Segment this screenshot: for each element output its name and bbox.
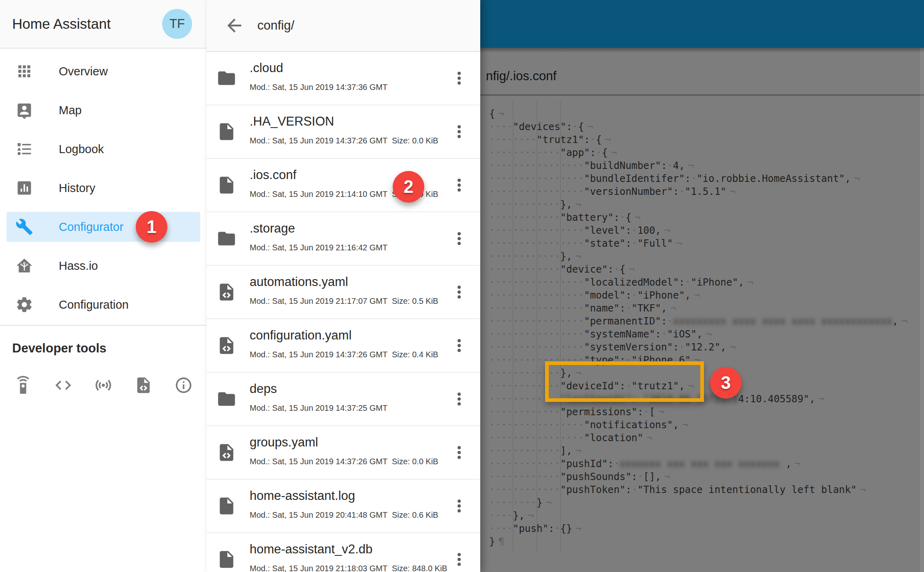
file-name: .cloud	[250, 61, 283, 75]
code-line: }¶	[489, 535, 907, 548]
code-line: ················"buildNumber":·4,¬	[489, 159, 907, 172]
file-meta: Mod.: Sat, 15 Jun 2019 14:37:26 GMT Size…	[250, 350, 438, 359]
sidebar-header: Home Assistant TF	[0, 0, 207, 49]
file-browser-panel: config/ .cloud Mod.: Sat, 15 Jun 2019 14…	[207, 0, 480, 572]
file-row[interactable]: .HA_VERSION Mod.: Sat, 15 Jun 2019 14:37…	[207, 105, 480, 159]
file-row[interactable]: .cloud Mod.: Sat, 15 Jun 2019 14:37:36 G…	[207, 52, 480, 105]
row-menu-button[interactable]	[449, 496, 469, 516]
app-title: Home Assistant	[12, 16, 111, 32]
code-line: ················"location"¬	[489, 431, 907, 444]
code-line: ····"devices":·{¬	[489, 120, 907, 133]
row-menu-button[interactable]	[449, 282, 469, 302]
access-point-icon[interactable]	[94, 376, 113, 395]
file-code-icon	[216, 282, 237, 302]
folder-icon	[216, 228, 237, 249]
file-name: deps	[250, 382, 277, 396]
code-line: ················"systemVersion":·"12.2",…	[489, 341, 907, 354]
sidebar-item-configuration[interactable]: Configuration	[0, 285, 207, 324]
user-avatar[interactable]: TF	[162, 9, 192, 39]
editor-panel: nfig/.ios.conf {¬····"devices":·{¬······…	[480, 0, 924, 572]
row-menu-button[interactable]	[449, 336, 469, 355]
code-content: {¬····"devices":·{¬········"trutz1":·{¬·…	[489, 107, 907, 548]
code-line: {¬	[489, 107, 907, 120]
file-name: configuration.yaml	[250, 328, 352, 343]
file-icon	[216, 549, 237, 570]
file-meta: Mod.: Sat, 15 Jun 2019 14:37:25 GMT	[250, 403, 387, 413]
file-row[interactable]: home-assistant.log Mod.: Sat, 15 Jun 201…	[207, 480, 480, 533]
row-menu-button[interactable]	[449, 550, 469, 569]
code-line: ················"level":·100,¬	[489, 224, 907, 237]
sidebar-item-map[interactable]: Map	[0, 91, 207, 130]
annotation-badge-2: 2	[393, 171, 424, 203]
row-menu-button[interactable]	[449, 68, 469, 88]
code-line: ············},¬	[489, 198, 907, 211]
history-chart-icon	[15, 179, 33, 197]
sidebar-item-logbook[interactable]: Logbook	[0, 130, 207, 169]
code-line: ····"push":·{}¬	[489, 522, 907, 535]
breadcrumb-path: config/	[257, 18, 294, 33]
redacted-text: xxxxxxxxx xxxx xxxx xxxx xxxxxxxxxxxx	[673, 315, 892, 327]
scrollbar[interactable]	[920, 48, 924, 572]
file-row[interactable]: groups.yaml Mod.: Sat, 15 Jun 2019 14:37…	[207, 426, 480, 480]
row-menu-button[interactable]	[449, 122, 469, 141]
sidebar-item-label: History	[59, 181, 95, 195]
sidebar-item-label: Overview	[59, 65, 108, 78]
file-icon	[216, 122, 237, 142]
apps-grid-icon	[15, 62, 33, 80]
sidebar-item-label: Logbook	[59, 143, 104, 156]
code-line: ················"bundleIdentifer":·"io.r…	[489, 172, 907, 185]
file-name: groups.yaml	[250, 435, 318, 450]
file-row[interactable]: configuration.yaml Mod.: Sat, 15 Jun 201…	[207, 319, 480, 373]
row-menu-button[interactable]	[449, 443, 469, 462]
account-location-icon	[15, 101, 33, 119]
file-meta: Mod.: Sat, 15 Jun 2019 14:37:26 GMT Size…	[250, 457, 438, 466]
sidebar-item-overview[interactable]: Overview	[0, 52, 207, 91]
code-line: ············"pushSounds":·[],¬	[489, 470, 907, 483]
remote-icon[interactable]	[14, 376, 32, 395]
editor-toolbar	[480, 0, 924, 48]
folder-icon	[216, 389, 237, 409]
logbook-list-icon	[15, 140, 33, 158]
file-row[interactable]: .storage Mod.: Sat, 15 Jun 2019 21:16:42…	[207, 212, 480, 266]
code-line: ········}¬	[489, 496, 907, 509]
info-icon[interactable]	[174, 376, 193, 395]
row-menu-button[interactable]	[449, 175, 469, 195]
file-code-icon[interactable]	[134, 376, 153, 395]
arrow-left-icon[interactable]	[224, 15, 245, 36]
file-row[interactable]: home-assistant_v2.db Mod.: Sat, 15 Jun 2…	[207, 533, 480, 572]
code-line: ················"localizedModel":·"iPhon…	[489, 276, 907, 289]
code-line: ········"trutz1":·{¬	[489, 133, 907, 146]
row-menu-button[interactable]	[449, 389, 469, 409]
file-row[interactable]: automations.yaml Mod.: Sat, 15 Jun 2019 …	[207, 266, 480, 319]
code-line: ············"pushToken":·"This space int…	[489, 483, 907, 496]
annotation-badge-1: 1	[136, 211, 167, 243]
file-name: home-assistant.log	[250, 489, 355, 503]
code-tags-icon[interactable]	[54, 376, 73, 395]
sidebar-item-label: Configurator	[59, 220, 124, 234]
developer-tools-label: Developer tools	[12, 341, 107, 356]
code-line: ················"name":·"TKF",¬	[489, 302, 907, 315]
file-list: .cloud Mod.: Sat, 15 Jun 2019 14:37:36 G…	[207, 52, 480, 572]
file-meta: Mod.: Sat, 15 Jun 2019 14:37:26 GMT Size…	[250, 136, 438, 145]
file-icon	[216, 496, 237, 516]
gear-icon	[15, 296, 33, 314]
code-line: ············"battery":·{¬	[489, 211, 907, 224]
sidebar-item-hass-io[interactable]: Hass.io	[0, 246, 207, 285]
row-menu-button[interactable]	[449, 229, 469, 248]
sidebar-item-label: Hass.io	[59, 259, 98, 273]
file-row[interactable]: deps Mod.: Sat, 15 Jun 2019 14:37:25 GMT	[207, 373, 480, 426]
sidebar-item-label: Configuration	[59, 298, 129, 312]
file-row[interactable]: .ios.conf Mod.: Sat, 15 Jun 2019 21:14:1…	[207, 159, 480, 212]
file-name: home-assistant_v2.db	[250, 542, 372, 557]
file-name: .storage	[250, 221, 295, 236]
code-line: ············"app":·{¬	[489, 146, 907, 159]
code-line: ············"permissions":·[¬	[489, 406, 907, 418]
highlight-box	[545, 361, 704, 402]
code-line: ················"permanentID":·xxxxxxxxx…	[489, 315, 907, 328]
editor-divider	[480, 94, 924, 96]
sidebar-item-configurator[interactable]: Configurator	[6, 212, 200, 242]
file-name: .HA_VERSION	[250, 114, 334, 129]
code-line: ················"versionNumber":·"1.5.1"…	[489, 185, 907, 198]
sidebar-item-history[interactable]: History	[0, 169, 207, 207]
code-line: ················"model":·"iPhone",¬	[489, 289, 907, 302]
